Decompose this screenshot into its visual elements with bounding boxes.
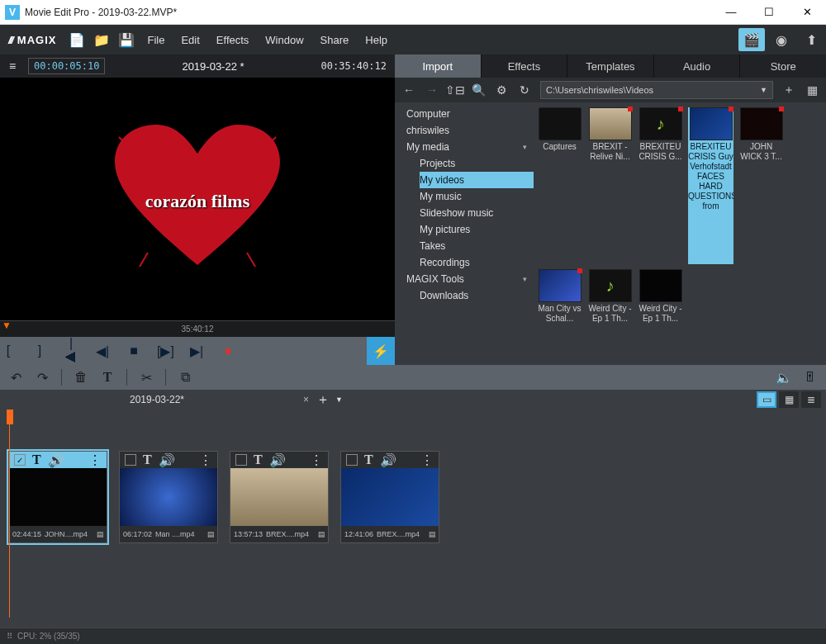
- audio-icon[interactable]: 🔊: [380, 452, 396, 468]
- title-icon[interactable]: T: [254, 452, 263, 467]
- clip-1[interactable]: ✓T🔊⋮ 02:44:15JOHN....mp4▤: [8, 451, 107, 543]
- tree-computer[interactable]: Computer: [395, 106, 534, 122]
- add-icon[interactable]: ＋: [778, 80, 800, 100]
- tree-my-videos[interactable]: My videos: [420, 172, 534, 188]
- thumb-captures[interactable]: Captures: [537, 107, 582, 264]
- goto-end-icon[interactable]: ▶|: [188, 343, 205, 359]
- thumb-weird-city-audio[interactable]: ♪Weird City - Ep 1 Th...: [587, 269, 633, 324]
- nav-up-icon[interactable]: ⇧⊟: [444, 80, 466, 100]
- step-back-icon[interactable]: ◀|: [94, 343, 111, 359]
- save-icon[interactable]: 💾: [114, 28, 139, 51]
- title-icon[interactable]: T: [143, 452, 152, 467]
- tab-dropdown-icon[interactable]: ▼: [332, 395, 346, 404]
- clip-4[interactable]: T🔊⋮ 12:41:06BREX....mp4▤: [340, 451, 439, 543]
- tab-import[interactable]: Import: [395, 54, 481, 78]
- thumb-man-city[interactable]: Man City vs Schal...: [537, 269, 582, 324]
- nav-back-icon[interactable]: ←: [398, 80, 420, 100]
- thumb-brexiteu-audio[interactable]: ♪BREXITEU CRISIS G...: [638, 107, 683, 264]
- goto-start-icon[interactable]: |⯇: [63, 336, 79, 366]
- tree-my-music[interactable]: My music: [420, 188, 534, 205]
- playhead-icon[interactable]: [7, 410, 13, 424]
- quick-action-icon[interactable]: ⚡: [367, 337, 395, 365]
- search-icon[interactable]: 🔍: [468, 80, 489, 100]
- menu-effects[interactable]: Effects: [208, 25, 258, 54]
- redo-icon[interactable]: ↷: [31, 367, 53, 388]
- tree-recordings[interactable]: Recordings: [420, 254, 534, 271]
- clip-checkbox[interactable]: [235, 454, 247, 466]
- path-input[interactable]: C:\Users\chriswiles\Videos▼: [540, 81, 773, 99]
- open-folder-icon[interactable]: 📁: [89, 28, 114, 51]
- tree-downloads[interactable]: Downloads: [420, 287, 534, 304]
- range-start-icon[interactable]: [: [0, 343, 17, 358]
- new-file-icon[interactable]: 📄: [64, 28, 89, 51]
- video-preview[interactable]: corazón films: [0, 78, 395, 320]
- group-icon[interactable]: ⧉: [174, 367, 196, 388]
- audio-icon[interactable]: 🔊: [48, 452, 64, 468]
- clip-menu-icon[interactable]: ⋮: [88, 452, 102, 468]
- refresh-icon[interactable]: ↻: [514, 80, 535, 100]
- menu-edit[interactable]: Edit: [173, 25, 207, 54]
- export-movie-icon[interactable]: 🎬: [738, 28, 765, 51]
- close-button[interactable]: ✕: [788, 0, 826, 25]
- tree-projects[interactable]: Projects: [420, 155, 534, 172]
- clip-2[interactable]: T🔊⋮ 06:17:02Man ....mp4▤: [119, 451, 218, 543]
- view-timeline-icon[interactable]: ≣: [801, 391, 821, 408]
- tree-user[interactable]: chriswiles: [395, 122, 534, 139]
- clip-menu-icon[interactable]: ⋮: [420, 452, 434, 468]
- clip-checkbox[interactable]: ✓: [14, 454, 26, 466]
- minimize-button[interactable]: —: [712, 0, 750, 25]
- tree-magix-tools[interactable]: MAGIX Tools: [395, 271, 534, 287]
- stop-icon[interactable]: ■: [126, 343, 142, 358]
- record-icon[interactable]: ●: [220, 343, 236, 358]
- menu-share[interactable]: Share: [312, 25, 358, 54]
- title-icon[interactable]: T: [97, 367, 118, 388]
- clip-checkbox[interactable]: [346, 454, 358, 466]
- close-tab-icon[interactable]: ×: [303, 394, 309, 405]
- thumb-brexiteu-video[interactable]: BREXITEU CRISIS Guy Verhofstadt FACES HA…: [688, 107, 733, 264]
- thumb-john-wick[interactable]: JOHN WICK 3 T...: [738, 107, 784, 264]
- view-storyboard-icon[interactable]: ▭: [757, 391, 776, 408]
- thumb-brexit-relive[interactable]: BREXIT - Relive Ni...: [587, 107, 633, 264]
- tree-slideshow-music[interactable]: Slideshow music: [420, 205, 534, 221]
- preview-ruler[interactable]: ▼ 35:40:12: [0, 320, 395, 337]
- clip-menu-icon[interactable]: ⋮: [199, 452, 212, 468]
- title-icon[interactable]: T: [32, 452, 41, 467]
- timecode-in[interactable]: 00:00:05:10: [28, 58, 105, 74]
- range-end-icon[interactable]: ]: [31, 343, 48, 358]
- clip-checkbox[interactable]: [125, 454, 136, 466]
- audio-icon[interactable]: 🔊: [269, 452, 286, 468]
- title-icon[interactable]: T: [364, 452, 373, 467]
- delete-icon[interactable]: 🗑: [70, 367, 92, 388]
- settings-icon[interactable]: ⚙: [491, 80, 512, 100]
- view-scene-icon[interactable]: ▦: [779, 391, 799, 408]
- audio-icon[interactable]: 🔊: [159, 452, 175, 468]
- nav-forward-icon[interactable]: →: [421, 80, 443, 100]
- undo-icon[interactable]: ↶: [5, 367, 26, 388]
- tab-templates[interactable]: Templates: [567, 54, 653, 78]
- tree-my-media[interactable]: My media: [395, 139, 534, 155]
- tree-takes[interactable]: Takes: [420, 238, 534, 254]
- upload-icon[interactable]: ⬆: [798, 28, 824, 51]
- tab-store[interactable]: Store: [739, 54, 826, 78]
- project-tab[interactable]: 2019-03-22* ×: [0, 390, 314, 410]
- preview-menu-icon[interactable]: ≡: [0, 59, 25, 73]
- menu-window[interactable]: Window: [257, 25, 311, 54]
- tree-my-pictures[interactable]: My pictures: [420, 221, 534, 238]
- clip-menu-icon[interactable]: ⋮: [310, 452, 323, 468]
- play-range-icon[interactable]: [▶]: [157, 343, 173, 359]
- cut-icon[interactable]: ✂: [135, 367, 157, 388]
- mixer-icon[interactable]: 🎚: [800, 367, 821, 388]
- thumb-weird-city-video[interactable]: Weird City - Ep 1 Th...: [638, 269, 683, 324]
- mute-icon[interactable]: 🔈: [773, 367, 795, 388]
- maximize-button[interactable]: ☐: [750, 0, 788, 25]
- menu-file[interactable]: File: [139, 25, 173, 54]
- path-dropdown-icon[interactable]: ▼: [760, 86, 767, 94]
- menu-help[interactable]: Help: [357, 25, 396, 54]
- burn-disc-icon[interactable]: ◉: [768, 28, 795, 51]
- tab-effects[interactable]: Effects: [481, 54, 567, 78]
- view-grid-icon[interactable]: ▦: [801, 80, 823, 100]
- add-tab-icon[interactable]: ＋: [314, 391, 332, 409]
- tab-audio[interactable]: Audio: [653, 54, 740, 78]
- clip-3[interactable]: T🔊⋮ 13:57:13BREX....mp4▤: [230, 451, 329, 543]
- ruler-marker-icon[interactable]: ▼: [2, 320, 12, 331]
